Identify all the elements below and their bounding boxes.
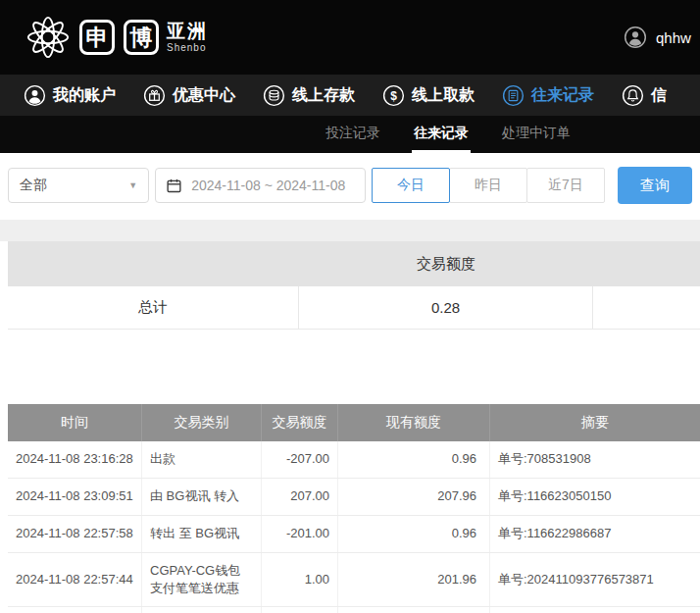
nav-item-records[interactable]: 往来记录 (502, 84, 594, 107)
cell-balance: 0.96 (338, 516, 490, 552)
transactions-body: 2024-11-08 23:16:28 出款 -207.00 0.96 单号:7… (8, 441, 700, 613)
user-icon (24, 84, 46, 107)
last7days-button[interactable]: 近7日 (526, 168, 605, 203)
cell-type: 转出 至 BG视讯 (142, 516, 262, 552)
table-row: 2024-11-08 23:16:28 出款 -207.00 0.96 单号:7… (8, 441, 700, 479)
summary-header-row: 交易额度 (8, 241, 700, 286)
date-range-input[interactable]: 2024-11-08 ~ 2024-11-08 (155, 168, 366, 203)
tab-processing-orders[interactable]: 处理中订单 (500, 116, 573, 153)
cell-amount: 200.00 (262, 607, 338, 613)
type-select-value: 全部 (20, 177, 47, 194)
cell-amount: -201.00 (262, 516, 338, 552)
nav-label: 线上取款 (412, 85, 475, 106)
summary-header-amount: 交易额度 (299, 241, 593, 286)
col-summary: 摘要 (490, 404, 700, 441)
logo-char-bo: 博 (124, 20, 159, 55)
cell-type: CGPAY支付 (142, 607, 262, 613)
tab-transaction-records[interactable]: 往来记录 (412, 116, 471, 153)
cell-type: 由 BG视讯 转入 (142, 479, 262, 515)
cell-time: 2024-11-08 22:57:44 (8, 607, 142, 613)
nav-label: 线上存款 (292, 85, 355, 106)
sub-nav: 投注记录 往来记录 处理中订单 (0, 116, 700, 153)
transactions-table: 时间 交易类别 交易额度 现有额度 摘要 2024-11-08 23:16:28… (8, 404, 700, 613)
summary-total-row: 总计 0.28 (8, 286, 700, 330)
nav-item-deposit[interactable]: 线上存款 (263, 84, 355, 107)
bell-icon (622, 84, 644, 107)
nav-item-withdraw[interactable]: $ 线上取款 (382, 84, 475, 107)
cell-balance: 200.96 (338, 607, 490, 613)
cell-summary: 单号:116623050150 (490, 479, 700, 515)
cell-balance: 0.96 (338, 441, 490, 478)
gift-icon (143, 84, 166, 107)
dollar-icon: $ (382, 84, 405, 107)
nav-label: 信 (651, 85, 667, 106)
cell-time: 2024-11-08 22:57:44 (8, 553, 142, 606)
top-header: 申 博 亚洲 Shenbo qhhw (0, 0, 700, 75)
filter-bar: 全部 ▼ 2024-11-08 ~ 2024-11-08 今日 昨日 近7日 查… (0, 153, 700, 220)
table-row: 2024-11-08 22:57:44 CGPAY支付 200.00 200.9… (8, 607, 700, 613)
cell-summary: 单号:708531908 (490, 441, 700, 478)
cell-balance: 201.96 (338, 553, 490, 606)
cell-amount: 207.00 (262, 479, 338, 515)
summary-table: 交易额度 总计 0.28 (8, 241, 700, 330)
spacer (0, 330, 700, 404)
table-row: 2024-11-08 22:57:44 CGPAY-CG钱包支付笔笔送优惠 1.… (8, 553, 700, 607)
col-balance: 现有额度 (338, 404, 490, 441)
summary-total-label: 总计 (8, 286, 299, 329)
table-row: 2024-11-08 22:57:58 转出 至 BG视讯 -201.00 0.… (8, 516, 700, 553)
chevron-down-icon: ▼ (128, 180, 137, 190)
cell-summary: 单号:202411093776573871 (490, 553, 700, 606)
col-type: 交易类别 (142, 404, 262, 441)
summary-total-empty (593, 286, 700, 329)
col-time: 时间 (8, 404, 142, 441)
svg-text:$: $ (390, 88, 397, 102)
brand-flower-icon (25, 15, 71, 60)
date-range-value: 2024-11-08 ~ 2024-11-08 (191, 178, 345, 193)
nav-label: 往来记录 (531, 85, 594, 106)
records-icon (502, 84, 525, 107)
search-button[interactable]: 查询 (618, 167, 692, 204)
col-amount: 交易额度 (262, 404, 338, 441)
cell-type: CGPAY-CG钱包支付笔笔送优惠 (142, 553, 262, 606)
account-menu[interactable]: qhhw (624, 0, 691, 75)
table-row: 2024-11-08 23:09:51 由 BG视讯 转入 207.00 207… (8, 479, 700, 516)
tab-betting-records[interactable]: 投注记录 (324, 116, 382, 153)
nav-label: 优惠中心 (173, 85, 235, 106)
summary-header-empty (8, 241, 299, 286)
cell-balance: 207.96 (338, 479, 490, 515)
cell-amount: 1.00 (262, 553, 338, 606)
user-avatar-icon (624, 26, 647, 49)
logo-region: 亚洲 Shenbo (167, 21, 208, 53)
main-nav: 我的账户 优惠中心 线上存款 $ 线上取款 (0, 75, 700, 116)
transactions-header-row: 时间 交易类别 交易额度 现有额度 摘要 (8, 404, 700, 441)
divider-strip (0, 220, 700, 241)
summary-header-empty2 (593, 241, 700, 286)
logo-region-name: 亚洲 (167, 21, 208, 42)
username: qhhw (656, 29, 691, 46)
cell-amount: -207.00 (262, 441, 338, 478)
coins-icon (263, 84, 285, 107)
cell-time: 2024-11-08 23:09:51 (8, 479, 142, 515)
nav-item-my-account[interactable]: 我的账户 (24, 84, 116, 107)
cell-time: 2024-11-08 23:16:28 (8, 441, 142, 478)
summary-total-value: 0.28 (299, 286, 593, 329)
quick-date-group: 今日 昨日 近7日 (372, 168, 605, 203)
cell-summary: 单号:202411093776573871 (490, 607, 700, 613)
today-button[interactable]: 今日 (372, 168, 450, 203)
yesterday-button[interactable]: 昨日 (449, 168, 527, 203)
calendar-icon (166, 178, 182, 194)
nav-item-messages[interactable]: 信 (622, 84, 667, 107)
cell-type: 出款 (142, 441, 262, 478)
cell-summary: 单号:116622986687 (490, 516, 700, 552)
logo-char-shen: 申 (79, 20, 115, 55)
type-select[interactable]: 全部 ▼ (8, 168, 149, 203)
logo-region-sub: Shenbo (167, 42, 208, 54)
cell-time: 2024-11-08 22:57:58 (8, 516, 142, 552)
nav-item-promotions[interactable]: 优惠中心 (143, 84, 235, 107)
nav-label: 我的账户 (53, 85, 116, 106)
page: 申 博 亚洲 Shenbo qhhw 我的账户 (0, 0, 700, 613)
